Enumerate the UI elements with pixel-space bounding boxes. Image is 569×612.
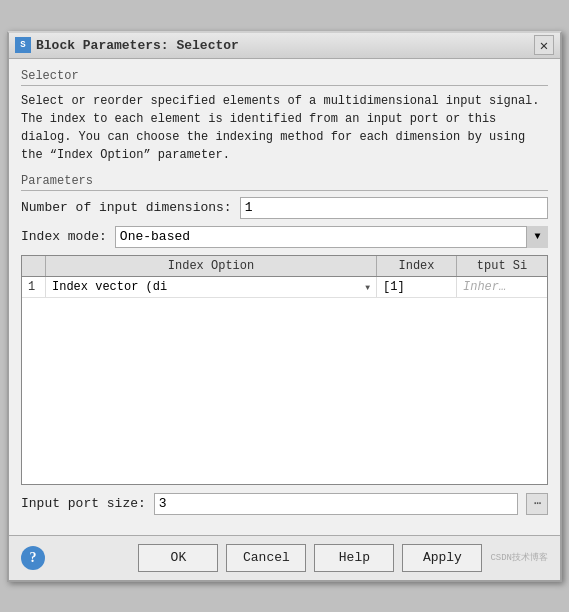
input-port-label: Input port size:: [21, 496, 146, 511]
col-header-index: Index: [377, 256, 457, 276]
table-body: 1 Index vector (di ▼ In: [22, 277, 547, 298]
cell-index-input[interactable]: [383, 280, 450, 294]
bottom-left: ?: [21, 546, 45, 570]
title-bar-left: S Block Parameters: Selector: [15, 37, 239, 53]
cell-row-num: 1: [22, 277, 46, 297]
input-port-row: Input port size: ⋯: [21, 493, 548, 515]
window-icon: S: [15, 37, 31, 53]
cell-index-option: Index vector (di ▼: [46, 277, 377, 297]
title-bar: S Block Parameters: Selector ✕: [9, 33, 560, 59]
block-parameters-window: S Block Parameters: Selector ✕ Selector …: [7, 31, 562, 582]
ok-button[interactable]: OK: [138, 544, 218, 572]
num-input-dims-input[interactable]: [240, 197, 548, 219]
index-mode-select-wrapper: One-based Zero-based ▼: [115, 226, 548, 248]
bottom-right: OK Cancel Help Apply CSDN技术博客: [138, 544, 548, 572]
apply-button[interactable]: Apply: [402, 544, 482, 572]
table-row: 1 Index vector (di ▼ In: [22, 277, 547, 298]
bottom-bar: ? OK Cancel Help Apply CSDN技术博客: [9, 535, 560, 580]
col-header-num: [22, 256, 46, 276]
selector-section-label: Selector: [21, 69, 548, 86]
watermark-text: CSDN技术博客: [490, 551, 548, 564]
index-mode-label: Index mode:: [21, 229, 107, 244]
close-button[interactable]: ✕: [534, 35, 554, 55]
index-option-select-wrapper: Index vector (di ▼: [52, 280, 370, 294]
main-content: Selector Select or reorder specified ele…: [9, 59, 560, 535]
help-button[interactable]: Help: [314, 544, 394, 572]
index-mode-row: Index mode: One-based Zero-based ▼: [21, 226, 548, 248]
dots-button[interactable]: ⋯: [526, 493, 548, 515]
help-icon-button[interactable]: ?: [21, 546, 45, 570]
index-table: Index Option Index tput Si 1 Index vecto…: [21, 255, 548, 485]
cell-tput-si-text: Inher…: [463, 280, 506, 294]
col-header-tput-si: tput Si: [457, 256, 547, 276]
description-text: Select or reorder specified elements of …: [21, 92, 548, 164]
input-port-input[interactable]: [154, 493, 518, 515]
cell-tput-si: Inher…: [457, 277, 547, 297]
col-header-index-option: Index Option: [46, 256, 377, 276]
cell-index-value: [377, 277, 457, 297]
index-mode-select[interactable]: One-based Zero-based: [115, 226, 548, 248]
num-input-dims-label: Number of input dimensions:: [21, 200, 232, 215]
window-title: Block Parameters: Selector: [36, 38, 239, 53]
table-header: Index Option Index tput Si: [22, 256, 547, 277]
parameters-section-label: Parameters: [21, 174, 548, 191]
index-option-select[interactable]: Index vector (di: [52, 280, 370, 294]
cancel-button[interactable]: Cancel: [226, 544, 306, 572]
num-input-dims-row: Number of input dimensions:: [21, 197, 548, 219]
